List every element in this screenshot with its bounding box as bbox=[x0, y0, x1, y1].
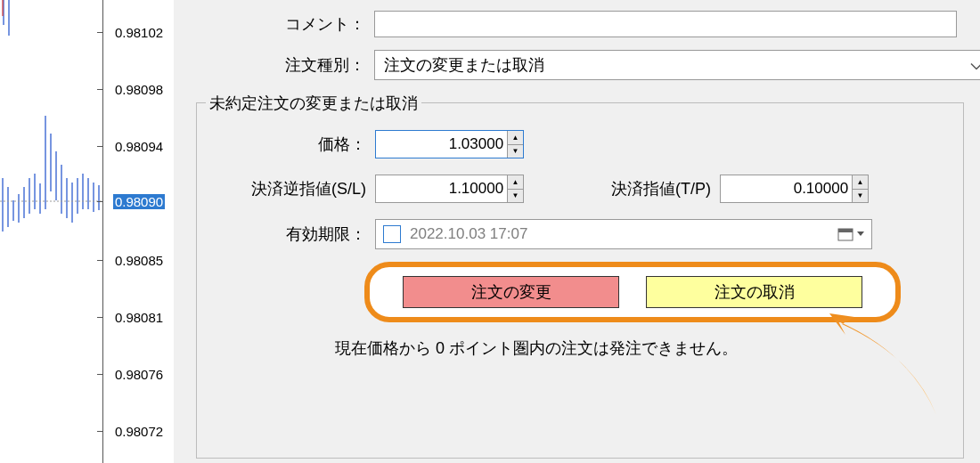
down-arrow-icon[interactable]: ▼ bbox=[508, 145, 523, 158]
y-tick: 0.98102 bbox=[103, 25, 175, 40]
y-tick: 0.98076 bbox=[103, 367, 175, 382]
cancel-order-button[interactable]: 注文の取消 bbox=[646, 276, 862, 308]
y-tick: 0.98081 bbox=[103, 310, 175, 325]
order-type-label: 注文種別： bbox=[200, 54, 374, 76]
tp-label: 決済指値(T/P) bbox=[524, 178, 720, 199]
tp-spinner[interactable]: ▲▼ bbox=[720, 175, 869, 203]
order-type-value: 注文の変更または取消 bbox=[384, 54, 544, 76]
sl-spinner[interactable]: ▲▼ bbox=[375, 175, 524, 203]
chevron-down-icon bbox=[970, 56, 980, 75]
price-input[interactable] bbox=[376, 132, 507, 157]
calendar-icon[interactable] bbox=[837, 227, 864, 241]
comment-label: コメント： bbox=[200, 13, 374, 35]
tp-input[interactable] bbox=[721, 176, 852, 201]
expiry-label: 有効期限： bbox=[201, 223, 375, 245]
up-arrow-icon[interactable]: ▲ bbox=[508, 131, 523, 145]
y-tick-highlight: 0.98090 bbox=[103, 194, 175, 209]
down-arrow-icon[interactable]: ▼ bbox=[508, 190, 523, 203]
price-restriction-note: 現在価格から 0 ポイント圏内の注文は発注できません。 bbox=[335, 337, 738, 359]
svg-rect-24 bbox=[838, 229, 853, 232]
price-chart bbox=[0, 0, 102, 463]
modify-order-button[interactable]: 注文の変更 bbox=[403, 276, 619, 308]
y-tick: 0.98072 bbox=[103, 424, 175, 439]
order-form-panel: コメント： 注文種別： 注文の変更または取消 未約定注文の変更または取消 価格：… bbox=[174, 0, 980, 463]
expiry-value: 2022.10.03 17:07 bbox=[410, 225, 527, 243]
sl-input[interactable] bbox=[376, 176, 507, 201]
comment-input[interactable] bbox=[374, 11, 957, 37]
up-arrow-icon[interactable]: ▲ bbox=[853, 175, 868, 190]
y-tick: 0.98085 bbox=[103, 253, 175, 268]
y-tick: 0.98094 bbox=[103, 139, 175, 154]
pending-order-fieldset: 未約定注文の変更または取消 価格： ▲▼ 決済逆指値(S/L) ▲▼ 決済指値(… bbox=[196, 102, 964, 459]
y-axis: 0.98102 0.98098 0.98094 0.98090 0.98085 … bbox=[102, 0, 175, 463]
annotation-arrow-icon bbox=[803, 308, 954, 424]
order-type-dropdown[interactable]: 注文の変更または取消 bbox=[374, 50, 980, 80]
fieldset-legend: 未約定注文の変更または取消 bbox=[206, 93, 421, 114]
expiry-field[interactable]: 2022.10.03 17:07 bbox=[375, 219, 872, 249]
down-arrow-icon[interactable]: ▼ bbox=[853, 190, 868, 203]
price-spinner[interactable]: ▲▼ bbox=[375, 130, 524, 158]
price-label: 価格： bbox=[201, 134, 375, 155]
up-arrow-icon[interactable]: ▲ bbox=[508, 175, 523, 190]
expiry-checkbox[interactable] bbox=[383, 225, 401, 243]
y-tick: 0.98098 bbox=[103, 82, 175, 97]
sl-label: 決済逆指値(S/L) bbox=[201, 178, 375, 199]
